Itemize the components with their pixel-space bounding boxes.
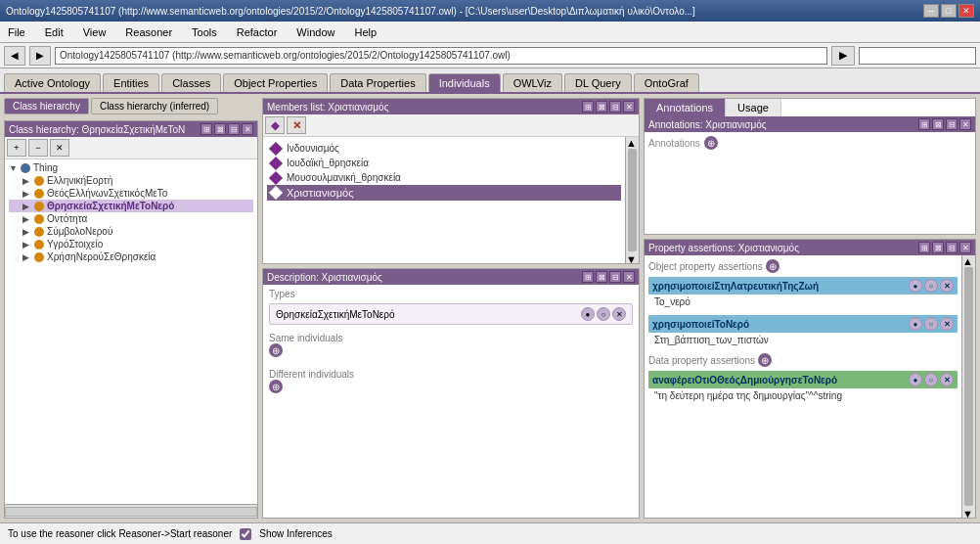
forward-button[interactable]: ▶ [29,46,51,66]
ann-icon-1[interactable]: ⊞ [918,118,930,130]
members-icon-2[interactable]: ⊠ [596,101,607,113]
prop-vscroll-down[interactable]: ▼ [962,508,975,518]
data-prop-add-btn[interactable]: ⊕ [758,353,772,367]
desc-icon-4[interactable]: ✕ [623,271,635,283]
minimize-button[interactable]: ─ [923,4,939,18]
tab-dl-query[interactable]: DL Query [564,73,632,92]
search-input[interactable] [859,47,976,65]
menu-refactor[interactable]: Refactor [233,24,282,40]
show-inferences-checkbox[interactable] [240,528,251,540]
prop-vscroll-thumb[interactable] [964,267,973,506]
tab-owlviz[interactable]: OWLViz [503,73,562,92]
menu-help[interactable]: Help [350,24,380,40]
tree-item-1[interactable]: ▶ ΕλληνικήΕορτή [9,174,253,187]
tree-item-6[interactable]: ▶ ΥγρόΣτοιχείο [9,238,253,250]
tab-annotations[interactable]: Annotations [645,99,726,116]
scroll-track[interactable] [5,507,257,517]
tab-class-hierarchy[interactable]: Class hierarchy [4,98,89,114]
tab-ontograf[interactable]: OntoGraf [634,73,699,92]
tab-active-ontology[interactable]: Active Ontology [4,73,101,92]
prop-icon-4[interactable]: ✕ [959,242,971,253]
type-icon-2[interactable]: ○ [597,307,610,321]
tab-usage[interactable]: Usage [726,99,781,116]
desc-icon-1[interactable]: ⊞ [582,271,594,283]
prop-vscroll-up[interactable]: ▲ [962,255,975,265]
members-icon-1[interactable]: ⊞ [582,101,594,113]
menu-view[interactable]: View [79,24,111,40]
prop-vscroll[interactable]: ▲ ▼ [961,255,975,518]
vscroll-up[interactable]: ▲ [626,137,639,147]
data-icon-0-3[interactable]: ✕ [940,373,954,386]
member-item-3[interactable]: Χριστιανισμός [267,185,621,201]
hierarchy-icon-4[interactable]: ✕ [242,123,253,135]
type-icon-3[interactable]: ✕ [612,307,626,321]
hierarchy-del-btn[interactable]: ✕ [50,139,69,157]
expand-icon: ▶ [22,176,34,186]
menu-window[interactable]: Window [292,24,338,40]
menu-bar: File Edit View Reasoner Tools Refactor W… [0,22,980,43]
menu-reasoner[interactable]: Reasoner [121,24,176,40]
obj-prop-add-btn[interactable]: ⊕ [766,259,780,273]
obj-icon-0-1[interactable]: ● [909,279,922,293]
prop-icon-3[interactable]: ⊟ [946,242,958,253]
same-add-btn[interactable]: ⊕ [269,343,283,357]
hierarchy-icon-3[interactable]: ⊟ [228,123,240,135]
horizontal-scrollbar[interactable] [5,504,257,518]
ann-icon-2[interactable]: ⊠ [932,118,944,130]
vscroll-thumb[interactable] [628,149,637,251]
address-input[interactable] [55,47,827,65]
tab-classes[interactable]: Classes [161,73,221,92]
members-icon-3[interactable]: ⊟ [609,101,621,113]
members-del-btn[interactable]: ✕ [287,116,306,134]
obj-icon-1-2[interactable]: ○ [924,317,938,331]
member-item-0[interactable]: Ινδουνισμός [267,141,621,156]
ann-icon-4[interactable]: ✕ [959,118,971,130]
member-item-1[interactable]: Ιουδαϊκή_θρησκεία [267,156,621,170]
obj-prop-header-1[interactable]: χρησιμοποιείΤοΝερό ● ○ ✕ [648,315,958,333]
obj-prop-header-0[interactable]: χρησιμοποιείΣτηΛατρευτικήΤηςΖωή ● ○ ✕ [648,277,958,295]
tree-item-4[interactable]: ▶ Οντότητα [9,212,253,225]
tab-data-properties[interactable]: Data Properties [330,73,425,92]
desc-icon-3[interactable]: ⊟ [609,271,621,283]
tree-item-5[interactable]: ▶ ΣύμβολοΝερού [9,225,253,238]
data-icon-0-2[interactable]: ○ [924,373,938,386]
tree-item-thing[interactable]: ▼ Thing [9,161,253,174]
data-prop-label: Data property assertions ⊕ [648,353,958,367]
different-add-btn[interactable]: ⊕ [269,380,283,393]
prop-icon-2[interactable]: ⊠ [932,242,944,253]
menu-file[interactable]: File [4,24,29,40]
hierarchy-add-btn[interactable]: + [7,139,26,157]
obj-icon-0-3[interactable]: ✕ [940,279,954,293]
go-button[interactable]: ▶ [831,46,855,66]
ann-icon-3[interactable]: ⊟ [946,118,958,130]
tab-object-properties[interactable]: Object Properties [223,73,328,92]
tree-item-3[interactable]: ▶ ΘρησκείαΣχετικήΜεΤοΝερό [9,200,253,212]
data-prop-header-0[interactable]: αναφέρειΟτιΟΘεόςΔημιούργησεΤοΝερό ● ○ ✕ [648,371,958,388]
tree-item-2[interactable]: ▶ ΘεόςΕλλήνωνΣχετικόςΜεΤο [9,187,253,200]
members-add-btn[interactable]: ◆ [265,116,285,134]
hierarchy-sub-btn[interactable]: − [28,139,48,157]
desc-icon-2[interactable]: ⊠ [596,271,607,283]
tab-entities[interactable]: Entities [103,73,159,92]
hierarchy-icon-1[interactable]: ⊞ [200,123,212,135]
close-button[interactable]: ✕ [958,4,974,18]
tree-item-7[interactable]: ▶ ΧρήσηΝερούΣεΘρησκεία [9,250,253,263]
maximize-button[interactable]: □ [941,4,957,18]
members-vscroll[interactable]: ▲ ▼ [625,137,639,263]
vscroll-down[interactable]: ▼ [626,253,639,263]
obj-icon-1-3[interactable]: ✕ [940,317,954,331]
data-icon-0-1[interactable]: ● [909,373,922,386]
members-icon-4[interactable]: ✕ [623,101,635,113]
hierarchy-icon-2[interactable]: ⊠ [214,123,226,135]
tab-individuals[interactable]: Individuals [428,73,501,92]
type-icon-1[interactable]: ● [581,307,595,321]
member-item-2[interactable]: Μουσουλμανική_θρησκεία [267,170,621,185]
menu-tools[interactable]: Tools [188,24,221,40]
back-button[interactable]: ◀ [4,46,25,66]
prop-icon-1[interactable]: ⊞ [918,242,930,253]
menu-edit[interactable]: Edit [41,24,67,40]
obj-icon-0-2[interactable]: ○ [924,279,938,293]
tab-class-hierarchy-inferred[interactable]: Class hierarchy (inferred) [91,98,218,114]
obj-icon-1-1[interactable]: ● [909,317,922,331]
annotations-add-btn[interactable]: ⊕ [704,136,718,150]
